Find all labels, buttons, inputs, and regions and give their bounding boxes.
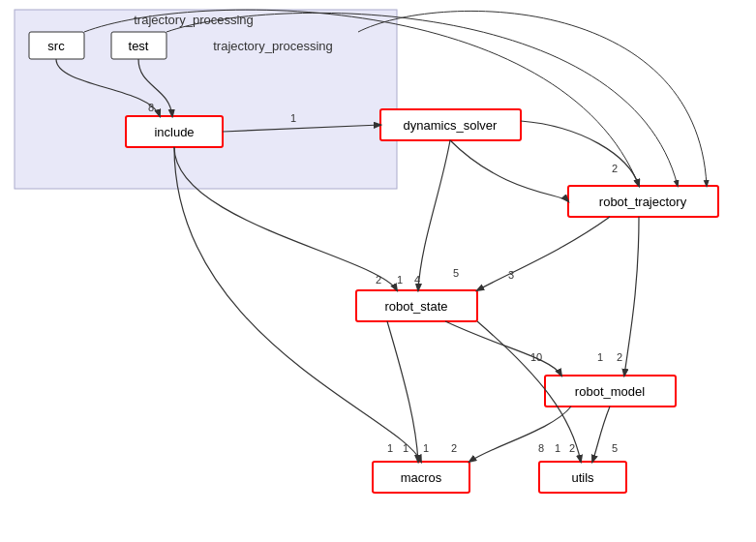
edge-label-1d: 1 <box>387 442 393 454</box>
edge-label-2b: 2 <box>376 274 381 286</box>
edge-label-1g: 1 <box>555 442 560 454</box>
test-node-label[interactable]: test <box>129 39 149 53</box>
edge-label-1b: 1 <box>397 274 403 286</box>
edge-label-1c: 1 <box>597 351 603 363</box>
dynamics-solver-label[interactable]: dynamics_solver <box>404 118 498 133</box>
edge-label-2d: 2 <box>451 442 457 454</box>
edge-label-2a: 2 <box>612 163 618 174</box>
edge-label-4: 4 <box>414 274 420 286</box>
edge-label-1: 1 <box>290 112 296 124</box>
edge-label-2e: 2 <box>569 442 575 454</box>
edge-label-5b: 5 <box>612 442 618 454</box>
robot-trajectory-label[interactable]: robot_trajectory <box>599 195 687 209</box>
trajectory-processing-label: trajectory_processing <box>213 39 333 53</box>
edge-label-5: 5 <box>453 267 459 279</box>
edge-label-2c: 2 <box>617 351 622 363</box>
robot-model-label[interactable]: robot_model <box>575 384 645 399</box>
edge-label-8: 8 <box>148 102 154 113</box>
macros-label[interactable]: macros <box>401 470 442 485</box>
cluster-label: trajectory_processing <box>134 13 254 27</box>
edge-label-10: 10 <box>530 351 542 363</box>
include-node-label[interactable]: include <box>154 125 194 139</box>
src-node-label[interactable]: src <box>47 39 65 53</box>
robot-state-label[interactable]: robot_state <box>384 299 447 314</box>
edge-label-8: 8 <box>538 442 544 454</box>
utils-label[interactable]: utils <box>571 470 594 485</box>
edge-label-3: 3 <box>508 269 514 281</box>
edge-label-1f: 1 <box>423 442 429 454</box>
